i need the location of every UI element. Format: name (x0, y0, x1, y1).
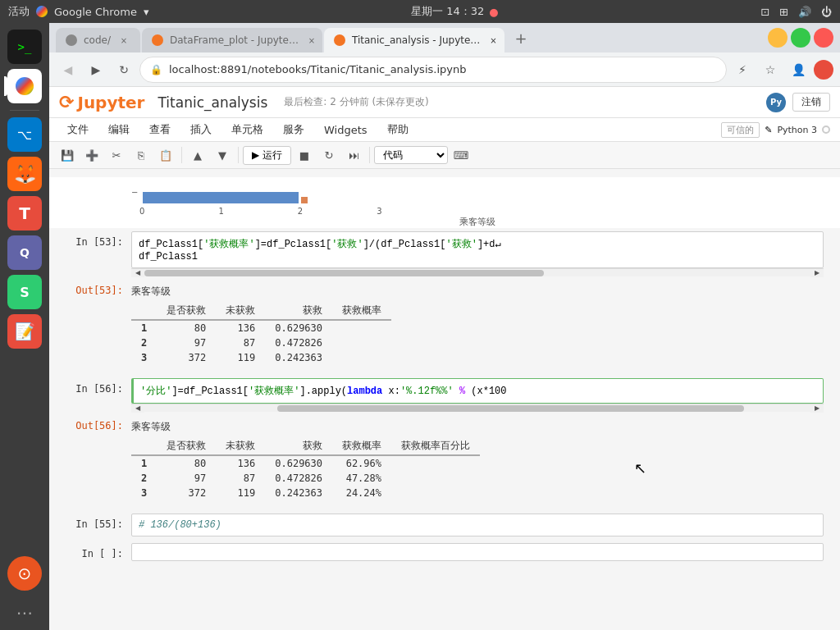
cell-empty-in-prompt: In [ ]: (66, 543, 131, 561)
table-row: 1 80 136 0.629630 (131, 320, 391, 336)
profile-btn[interactable]: 👤 (786, 57, 810, 82)
scroll-left-btn-56[interactable]: ◀ (131, 404, 144, 413)
datetime-label: 星期一 14：32 (411, 4, 484, 19)
move-down-btn[interactable]: ▼ (211, 144, 234, 166)
tab-dataframe-close-btn[interactable]: × (305, 34, 318, 47)
insert-cell-btn[interactable]: ➕ (80, 144, 103, 166)
taskbar-teams-icon[interactable]: Q (7, 235, 42, 270)
scroll-thumb-56[interactable] (277, 405, 743, 412)
td-56-1-c2: 136 (216, 455, 265, 471)
td-c2-53-3: 119 (216, 350, 265, 365)
menu-help[interactable]: 帮助 (379, 120, 417, 139)
taskbar-grid-icon[interactable]: ⋯ (7, 596, 42, 630)
taskbar-firefox-icon[interactable]: 🦊 (7, 157, 42, 191)
index-name-56: 乘客等级 (131, 420, 824, 434)
trust-btn[interactable]: 注销 (792, 93, 830, 112)
win-maximize-btn[interactable] (791, 28, 810, 48)
cell-type-select[interactable]: 代码 Markdown Raw (374, 146, 448, 164)
run-btn[interactable]: ▶ 运行 (243, 146, 291, 165)
save-btn[interactable]: 💾 (56, 144, 79, 166)
menu-edit[interactable]: 编辑 (100, 120, 138, 139)
nav-right-icons: ⚡ ☆ 👤 (730, 57, 833, 82)
menu-insert[interactable]: 插入 (182, 120, 220, 139)
edit-icon[interactable]: ✎ (765, 125, 772, 135)
th-col5-56: 获救概率百分比 (391, 437, 480, 455)
scroll-left-btn[interactable]: ◀ (131, 269, 144, 277)
tab-code-close-btn[interactable]: × (117, 34, 130, 47)
cell-53-scrollbar[interactable]: ◀ ▶ (131, 268, 824, 276)
x-label-2: 2 (298, 207, 303, 216)
cell-53-output: 乘客等级 是否获救 未获救 获救 获救概率 (131, 280, 824, 372)
restart-run-btn[interactable]: ⏭ (342, 144, 365, 166)
index-name-53: 乘客等级 (131, 285, 824, 299)
move-up-btn[interactable]: ▲ (186, 144, 209, 166)
lock-icon: 🔒 (150, 64, 162, 75)
taskbar-ubuntu-icon[interactable]: ⊙ (7, 556, 42, 591)
notebook-status: 最后检查: 2 分钟前 (未保存更改) (284, 95, 428, 109)
df-table-53: 是否获救 未获救 获救 获救概率 1 80 136 (131, 302, 391, 365)
menu-cell[interactable]: 单元格 (223, 120, 272, 139)
taskbar-text-icon[interactable]: T (7, 196, 42, 231)
cell-53-input[interactable]: df_Pclass1['获救概率']=df_Pclass1['获救']/(df_… (131, 231, 824, 268)
menu-view[interactable]: 查看 (141, 120, 179, 139)
forward-btn[interactable]: ▶ (84, 57, 108, 82)
scroll-right-btn-56[interactable]: ▶ (810, 404, 824, 413)
trusted-label: 可信的 (721, 122, 760, 138)
cut-btn[interactable]: ✂ (105, 144, 128, 166)
tab-code[interactable]: code/ × (56, 28, 140, 52)
paste-btn[interactable]: 📋 (154, 144, 177, 166)
cell-55: In [55]: # 136/(80+136) (49, 514, 840, 536)
sync-btn[interactable] (814, 60, 833, 80)
run-label: 运行 (262, 148, 282, 162)
tab-code-label: code/ (84, 34, 111, 46)
win-minimize-btn[interactable] (768, 28, 788, 48)
cell-55-input[interactable]: # 136/(80+136) (131, 514, 824, 536)
refresh-btn[interactable]: ↻ (112, 57, 136, 82)
power-icon[interactable]: ⏻ (821, 6, 832, 18)
win-close-btn[interactable] (814, 28, 833, 48)
tab-titanic[interactable]: Titanic_analysis - Jupyte… × (324, 28, 504, 52)
activities-label[interactable]: 活动 (8, 4, 30, 19)
restart-btn[interactable]: ↻ (317, 144, 340, 166)
copy-btn[interactable]: ⎘ (130, 144, 153, 166)
td-c3-53-3: 0.242363 (265, 350, 332, 365)
taskbar-terminal-icon[interactable]: >_ (7, 30, 42, 64)
toolbar-sep-1 (181, 147, 182, 163)
stop-btn[interactable]: ■ (293, 144, 316, 166)
tab-dataframe[interactable]: DataFrame_plot - Jupyte… × (142, 28, 322, 52)
td-idx-53-2: 2 (131, 336, 157, 350)
python-logo-icon: Py (766, 93, 786, 112)
chart-cell: − 0 1 2 3 乘客等级 (49, 177, 840, 228)
cell-56-input[interactable]: '分比']=df_Pclass1['获救概率'].apply(lambda x:… (131, 378, 824, 404)
menu-kernel[interactable]: 服务 (275, 120, 313, 139)
cell-empty-input[interactable] (131, 543, 824, 561)
tab-titanic-close-btn[interactable]: × (486, 34, 500, 47)
table-row: 2 97 87 0.472826 47.28% (131, 471, 480, 486)
new-tab-btn[interactable]: + (509, 26, 532, 49)
td-56-3-c3: 0.242363 (265, 486, 332, 500)
keyboard-shortcuts-btn[interactable]: ⌨ (450, 144, 472, 166)
df-table-56: 是否获救 未获救 获救 获救概率 获救概率百分比 1 8 (131, 437, 480, 500)
taskbar-green-icon[interactable]: S (7, 275, 42, 309)
td-c1-53-3: 372 (157, 350, 216, 365)
td-idx-53-3: 3 (131, 350, 157, 365)
cell-55-in-prompt: In [55]: (66, 514, 131, 536)
jupyter-area: ⟳ Jupyter Titanic_analysis 最后检查: 2 分钟前 (… (49, 87, 840, 630)
td-56-3-c2: 119 (216, 486, 265, 500)
extensions-btn[interactable]: ⚡ (730, 57, 755, 82)
taskbar-chrome-icon[interactable] (7, 69, 42, 103)
taskbar-vscode-icon[interactable]: ⌥ (7, 117, 42, 152)
scroll-thumb[interactable] (144, 270, 544, 276)
address-bar[interactable]: 🔒 localhost:8891/notebooks/Titanic/Titan… (139, 57, 727, 83)
menu-widgets[interactable]: Widgets (316, 121, 376, 139)
volume-icon[interactable]: 🔊 (798, 6, 811, 18)
back-btn[interactable]: ◀ (56, 57, 80, 82)
table-row: 3 372 119 0.242363 (131, 350, 391, 365)
taskbar-notepad-icon[interactable]: 📝 (7, 314, 42, 349)
menu-file[interactable]: 文件 (59, 120, 97, 139)
cell-56-scrollbar[interactable]: ◀ ▶ (131, 404, 824, 412)
recording-dot-icon: ● (489, 6, 498, 18)
notebook-title[interactable]: Titanic_analysis (158, 94, 267, 111)
scroll-right-btn[interactable]: ▶ (810, 269, 824, 277)
bookmark-btn[interactable]: ☆ (758, 57, 783, 82)
